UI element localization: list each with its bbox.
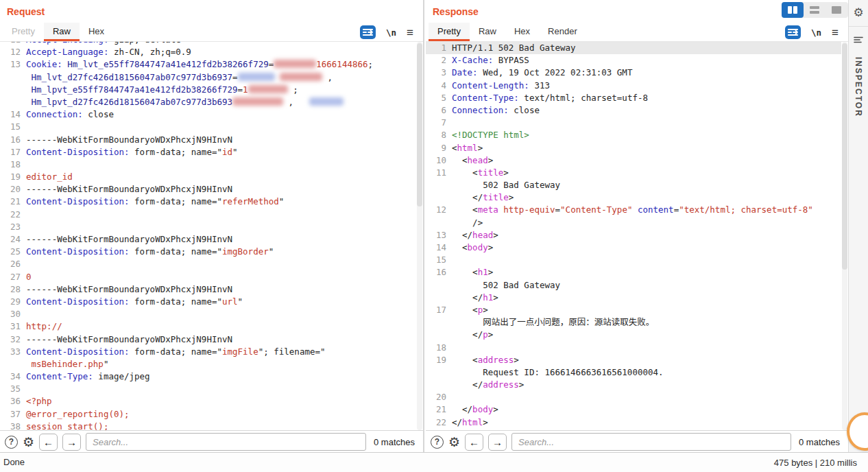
code-line: Hm_lpvt_e55ff7844747a41e412fd2b38266f729… (0, 84, 416, 96)
code-line: 29Content-Disposition: form-data; name="… (0, 296, 416, 308)
layout-single-button[interactable] (825, 2, 847, 18)
code-line: 270 (0, 271, 416, 283)
tab-hex[interactable]: Hex (80, 23, 113, 41)
code-line: 22 (0, 209, 416, 221)
tab-hex[interactable]: Hex (505, 23, 539, 41)
editor-menu-icon[interactable]: ≡ (407, 27, 413, 38)
request-scrollbar[interactable] (417, 42, 422, 430)
prettify-icon[interactable] (785, 25, 801, 39)
layout-columns-button[interactable] (782, 2, 804, 18)
code-line: 17Content-Disposition: form-data; name="… (0, 146, 416, 158)
code-line: 17 <p> (426, 304, 841, 316)
response-scrollbar[interactable] (842, 42, 847, 430)
code-line: 8<!DOCTYPE html> (426, 129, 841, 141)
response-tabbar: PrettyRawHexRender \n ≡ (426, 23, 848, 42)
help-icon[interactable]: ? (431, 436, 444, 449)
code-line: 13 </head> (426, 229, 841, 241)
code-line: 502 Bad Gateway (426, 179, 841, 191)
code-line: 3Date: Wed, 19 Oct 2022 02:31:03 GMT (426, 67, 841, 79)
response-search-input[interactable] (511, 433, 791, 451)
code-line: 9<html> (426, 142, 841, 154)
tab-pretty[interactable]: Pretty (429, 23, 470, 41)
code-line: </address> (426, 379, 841, 391)
redacted-blur (274, 60, 316, 68)
response-scrollbar-thumb[interactable] (842, 43, 847, 270)
layout-rows-button[interactable] (804, 2, 825, 18)
code-line: 21Content-Disposition: form-data; name="… (0, 196, 416, 208)
inspector-settings-icon[interactable]: ⚙ (849, 5, 868, 20)
prev-match-button[interactable]: ← (39, 434, 58, 451)
code-line: 12 <meta http-equiv="Content-Type" conte… (426, 204, 841, 216)
code-line: 13Cookie: Hm_lvt_e55ff7844747a41e412fd2b… (0, 58, 416, 71)
code-line: 38session_start(); (0, 421, 416, 430)
code-line: 23 (0, 221, 416, 233)
code-line: 18 (0, 158, 416, 171)
code-line: 11 <title> (426, 167, 841, 179)
code-line: 1HTTP/1.1 502 Bad Gateway (426, 42, 841, 54)
response-title: Response (433, 6, 479, 17)
code-line: 2X-Cache: BYPASS (426, 54, 841, 67)
search-settings-icon[interactable]: ⚙ (23, 436, 34, 449)
statusbar: Done 475 bytes | 210 millis (0, 452, 868, 472)
code-line: 26 (0, 258, 416, 270)
code-line: 20 (426, 391, 841, 403)
tab-pretty[interactable]: Pretty (3, 23, 44, 41)
code-line: 19editor_id (0, 171, 416, 183)
panel-divider[interactable] (423, 0, 424, 453)
response-panel: Response PrettyRawHexRender \n ≡ 1HTTP/1… (426, 0, 848, 472)
editor-menu-icon[interactable]: ≡ (832, 27, 839, 38)
code-line: 20------WebKitFormBoundaryoWDxPhcxjN9HIn… (0, 183, 416, 196)
search-settings-icon[interactable]: ⚙ (448, 436, 460, 449)
code-line: 19 <address> (426, 354, 841, 366)
request-scrollbar-thumb[interactable] (417, 43, 422, 206)
next-match-button[interactable]: → (488, 434, 507, 451)
help-icon[interactable]: ? (5, 436, 18, 449)
tab-render[interactable]: Render (539, 23, 586, 41)
status-metrics: 475 bytes | 210 millis (774, 458, 857, 468)
code-line: 502 Bad Gateway (426, 279, 841, 292)
code-line: 15 (0, 121, 416, 133)
code-line: 6Connection: close (426, 104, 841, 117)
tab-raw[interactable]: Raw (44, 23, 80, 41)
inspector-rail: ⚙ INSPECTOR (848, 0, 868, 453)
show-newlines-icon[interactable]: \n (811, 27, 821, 38)
code-line: 16------WebKitFormBoundaryoWDxPhcxjN9HIn… (0, 134, 416, 146)
response-editor[interactable]: 1HTTP/1.1 502 Bad Gateway2X-Cache: BYPAS… (426, 42, 848, 430)
code-line: 34Content-Type: image/jpeg (0, 370, 416, 383)
tab-raw[interactable]: Raw (470, 23, 505, 41)
layout-switcher (782, 2, 848, 18)
code-line: </h1> (426, 292, 841, 304)
code-line: 10 <head> (426, 154, 841, 167)
request-editor[interactable]: 11Accept-Encoding: gzip, deflate12Accept… (0, 42, 423, 430)
code-line: 24------WebKitFormBoundaryoWDxPhcxjN9HIn… (0, 233, 416, 246)
code-line: 14Connection: close (0, 108, 416, 121)
next-match-button[interactable]: → (62, 434, 81, 451)
code-line: 32------WebKitFormBoundaryoWDxPhcxjN9HIn… (0, 333, 416, 346)
code-line: 28------WebKitFormBoundaryoWDxPhcxjN9HIn… (0, 283, 416, 296)
code-line: 14 <body> (426, 241, 841, 254)
request-search-input[interactable] (86, 433, 366, 451)
status-done: Done (3, 457, 25, 467)
code-line: 网站出了一点小问题，原因：源站读取失败。 (426, 316, 841, 329)
code-line: 22</html> (426, 416, 841, 429)
code-line: 31http:// (0, 320, 416, 333)
inspector-tab[interactable]: INSPECTOR (854, 57, 863, 117)
response-tabs: PrettyRawHexRender (429, 23, 586, 41)
code-line: /> (426, 217, 841, 229)
prev-match-button[interactable]: ← (465, 434, 483, 451)
code-line: 4Content-Length: 313 (426, 80, 841, 92)
request-tabbar: PrettyRawHex \n ≡ (0, 23, 423, 42)
response-searchbar: ? ⚙ ← → 0 matches (426, 430, 848, 453)
show-newlines-icon[interactable]: \n (386, 27, 396, 38)
code-line: 35 (0, 383, 416, 395)
code-line: Hm_lvt_d27fc426d18156047ab07c977d3b6937=… (0, 71, 416, 84)
redacted-blur (309, 97, 343, 106)
code-line: 30 (0, 308, 416, 320)
code-line: 15 (426, 254, 841, 266)
prettify-icon[interactable] (360, 25, 376, 39)
code-line: 16 <h1> (426, 266, 841, 279)
inspector-filter-icon[interactable] (854, 35, 863, 47)
redacted-blur (248, 85, 288, 93)
request-match-count: 0 matches (374, 437, 415, 447)
code-line: 21 </body> (426, 403, 841, 416)
